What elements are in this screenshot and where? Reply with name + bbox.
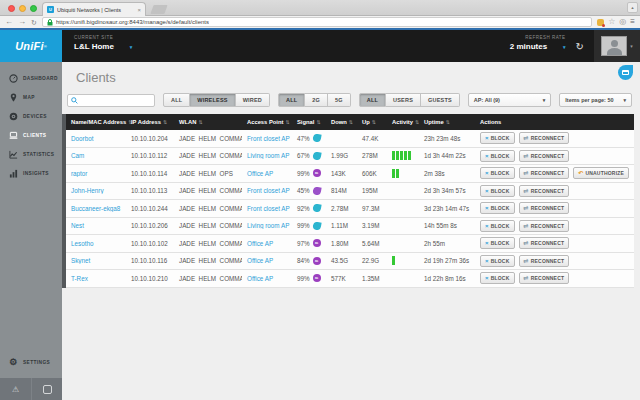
sidebar-item-insights[interactable]: INSIGHTS (0, 164, 62, 183)
access-point-link[interactable]: Office AP (247, 257, 273, 264)
client-name-link[interactable]: Nest (71, 222, 84, 229)
chat-bubble-button[interactable] (618, 65, 633, 80)
browser-extra-icon[interactable]: ◎ (619, 18, 626, 26)
events-button[interactable] (31, 378, 62, 400)
forward-icon[interactable]: → (18, 18, 26, 26)
alerts-button[interactable]: ⚠ (0, 378, 31, 400)
reconnect-button[interactable]: ⇄RECONNECT (519, 202, 570, 214)
access-point-link[interactable]: Living room AP (247, 222, 289, 229)
client-name-link[interactable]: T-Rex (71, 275, 88, 282)
col-header-ip[interactable]: IP Address⇅ (126, 119, 174, 125)
block-button[interactable]: ×BLOCK (480, 202, 515, 214)
client-ip: 10.10.10.116 (126, 257, 174, 264)
access-point-link[interactable]: Front closet AP (247, 135, 290, 142)
reload-icon[interactable]: ↻ (31, 19, 37, 26)
reconnect-button[interactable]: ⇄RECONNECT (519, 150, 570, 162)
block-button[interactable]: ×BLOCK (480, 132, 515, 144)
user-menu[interactable]: ▾ (594, 30, 640, 62)
filter-connection-wireless[interactable]: WIRELESS (190, 93, 235, 107)
zoom-window-button[interactable] (30, 5, 37, 12)
block-button[interactable]: ×BLOCK (480, 237, 515, 249)
client-name-link[interactable]: Lesotho (71, 240, 93, 247)
client-wlan: JADE_HELM_COMMAND (174, 205, 242, 212)
ap-filter-dropdown[interactable]: AP: All (9) ▾ (468, 93, 551, 107)
activity-bar (392, 169, 395, 178)
col-header-down[interactable]: Down⇅ (326, 119, 357, 125)
table-row: T-Rex 10.10.10.210 JADE_HELM_COMMAND Off… (66, 270, 634, 288)
activity-bar (400, 151, 403, 160)
unauthorize-button[interactable]: ↶UNAUTHORIZE (573, 167, 629, 179)
col-header-up[interactable]: Up⇅ (357, 119, 387, 125)
items-per-page-dropdown[interactable]: Items per page: 50 ▾ (559, 93, 632, 107)
filter-connection-all[interactable]: ALL (163, 93, 190, 107)
filter-connection-wired[interactable]: WIRED (236, 93, 270, 107)
access-point-link[interactable]: Living room AP (247, 152, 289, 159)
access-point-link[interactable]: Office AP (247, 275, 273, 282)
reconnect-button[interactable]: ⇄RECONNECT (519, 255, 570, 267)
up-bytes: 606K (357, 170, 387, 177)
chevron-down-icon[interactable]: ▾ (563, 44, 566, 50)
client-name-link[interactable]: Skynet (71, 257, 90, 264)
refresh-rate-selector[interactable]: REFRESH RATE 2 minutes▾ (510, 30, 566, 62)
filter-audience-all[interactable]: ALL (359, 93, 386, 107)
block-button[interactable]: ×BLOCK (480, 150, 515, 162)
filter-band-2g[interactable]: 2G (305, 93, 328, 107)
uptime: 1d 3h 44m 22s (419, 152, 475, 159)
sidebar-item-settings[interactable]: ⚙ SETTINGS (0, 353, 62, 372)
col-header-ap[interactable]: Access Point⇅ (242, 119, 292, 125)
reconnect-button[interactable]: ⇄RECONNECT (519, 185, 570, 197)
col-header-signal[interactable]: Signal⇅ (292, 119, 326, 125)
col-header-uptime[interactable]: Uptime⇅ (419, 119, 475, 125)
reconnect-button[interactable]: ⇄RECONNECT (519, 272, 570, 284)
reconnect-button[interactable]: ⇄RECONNECT (519, 167, 570, 179)
search-input[interactable] (81, 97, 151, 103)
col-header-name[interactable]: Name/MAC Address⇅ (66, 119, 126, 125)
block-button[interactable]: ×BLOCK (480, 255, 515, 267)
new-tab-button[interactable] (150, 5, 167, 14)
uptime: 2d 19h 27m 36s (419, 257, 475, 264)
chevron-down-icon[interactable]: ▾ (630, 43, 633, 49)
client-name-link[interactable]: Cam (71, 152, 84, 159)
reconnect-button[interactable]: ⇄RECONNECT (519, 220, 570, 232)
access-point-link[interactable]: Front closet AP (247, 187, 290, 194)
tab-close-icon[interactable]: × (137, 7, 141, 13)
sidebar-item-clients[interactable]: CLIENTS (0, 126, 62, 145)
block-button[interactable]: ×BLOCK (480, 185, 515, 197)
client-name-link[interactable]: John-Henry (71, 187, 104, 194)
search-box[interactable] (67, 94, 155, 107)
block-button[interactable]: ×BLOCK (480, 167, 515, 179)
access-point-link[interactable]: Office AP (247, 170, 273, 177)
filter-audience-users[interactable]: USERS (386, 93, 421, 107)
filter-band-all[interactable]: ALL (278, 93, 305, 107)
back-icon[interactable]: ← (5, 18, 13, 26)
site-selector[interactable]: CURRENT SITE L&L Home▾ (74, 30, 132, 62)
address-field[interactable]: https://unifi.bigdinosaur.org:8443/manag… (42, 17, 592, 27)
client-name-link[interactable]: raptor (71, 170, 87, 177)
client-name-link[interactable]: Buccaneer-ekga8 (71, 205, 120, 212)
reconnect-button[interactable]: ⇄RECONNECT (519, 237, 570, 249)
browser-menu-icon[interactable]: ≡ (630, 18, 635, 26)
access-point-link[interactable]: Front closet AP (247, 205, 290, 212)
minimize-window-button[interactable] (19, 5, 26, 12)
filter-audience-guests[interactable]: GUESTS (421, 93, 460, 107)
col-header-wlan[interactable]: WLAN⇅ (174, 119, 242, 125)
block-button[interactable]: ×BLOCK (480, 272, 515, 284)
radio-n2-icon (312, 204, 321, 212)
filter-band-5g[interactable]: 5G (328, 93, 351, 107)
sidebar-item-dashboard[interactable]: DASHBOARD (0, 69, 62, 88)
client-name-link[interactable]: Doorbot (71, 135, 93, 142)
block-icon: × (485, 240, 489, 246)
browser-tab[interactable]: U Ubiquiti Networks | Clients × (42, 2, 146, 16)
sidebar-item-statistics[interactable]: STATISTICS (0, 145, 62, 164)
access-point-link[interactable]: Office AP (247, 240, 273, 247)
refresh-icon[interactable]: ↻ (576, 41, 584, 52)
reconnect-button[interactable]: ⇄RECONNECT (519, 132, 570, 144)
sidebar-item-map[interactable]: MAP (0, 88, 62, 107)
bookmark-star-icon[interactable]: ☆ (608, 18, 615, 26)
extension-icon[interactable] (597, 19, 604, 26)
col-header-activity[interactable]: Activity⇅ (387, 119, 419, 125)
scroll-up-icon[interactable]: ▲ (627, 2, 638, 13)
block-button[interactable]: ×BLOCK (480, 220, 515, 232)
sidebar-item-devices[interactable]: DEVICES (0, 107, 62, 126)
close-window-button[interactable] (8, 5, 15, 12)
